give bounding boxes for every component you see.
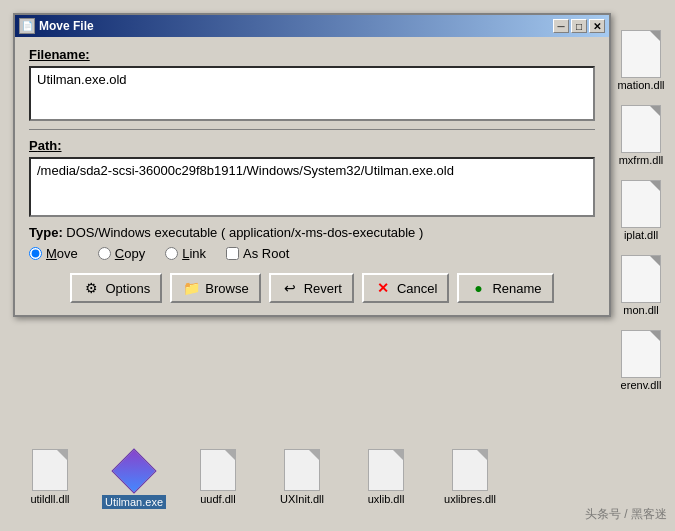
right-dll-5: erenv.dll bbox=[607, 330, 675, 391]
radio-link[interactable]: Link bbox=[165, 246, 206, 261]
dll-label-1: mation.dll bbox=[617, 79, 664, 91]
diamond-icon bbox=[111, 448, 156, 493]
dll-icon-2 bbox=[621, 105, 661, 153]
path-display: /media/sda2-scsi-36000c29f8b1911/Windows… bbox=[29, 157, 595, 217]
options-icon: ⚙ bbox=[82, 279, 100, 297]
file-label-uxlibres: uxlibres.dll bbox=[444, 493, 496, 505]
file-utildll[interactable]: utildll.dll bbox=[10, 449, 90, 505]
type-line: Type: DOS/Windows executable ( applicati… bbox=[29, 225, 595, 240]
cancel-button[interactable]: ✕ Cancel bbox=[362, 273, 449, 303]
dll-icon-1 bbox=[621, 30, 661, 78]
dll-label-5: erenv.dll bbox=[621, 379, 662, 391]
dll-icon-5 bbox=[621, 330, 661, 378]
dialog-body: Filename: Path: /media/sda2-scsi-36000c2… bbox=[15, 37, 609, 315]
revert-button[interactable]: ↩ Revert bbox=[269, 273, 354, 303]
path-label: Path: bbox=[29, 138, 595, 153]
right-dll-2: mxfrm.dll bbox=[607, 105, 675, 166]
browse-button[interactable]: 📁 Browse bbox=[170, 273, 260, 303]
filename-label: Filename: bbox=[29, 47, 595, 62]
minimize-button[interactable]: ─ bbox=[553, 19, 569, 33]
dialog-app-icon: 📄 bbox=[19, 18, 35, 34]
file-icon-uxlib bbox=[368, 449, 404, 491]
checkbox-asroot[interactable]: As Root bbox=[226, 246, 289, 261]
dll-icon-4 bbox=[621, 255, 661, 303]
type-value: DOS/Windows executable ( application/x-m… bbox=[66, 225, 423, 240]
file-uxlibres[interactable]: uxlibres.dll bbox=[430, 449, 510, 505]
file-label-uxlib: uxlib.dll bbox=[368, 493, 405, 505]
maximize-button[interactable]: □ bbox=[571, 19, 587, 33]
file-label-uudf: uudf.dll bbox=[200, 493, 235, 505]
radio-group: Move Copy Link As Root bbox=[29, 246, 595, 261]
file-uxlib[interactable]: uxlib.dll bbox=[346, 449, 426, 505]
rename-button[interactable]: ● Rename bbox=[457, 273, 553, 303]
file-icon-utilman bbox=[112, 449, 156, 493]
move-file-dialog: 📄 Move File ─ □ ✕ Filename: Path: /media… bbox=[13, 13, 611, 317]
rename-icon: ● bbox=[469, 279, 487, 297]
options-button[interactable]: ⚙ Options bbox=[70, 273, 162, 303]
radio-link-input[interactable] bbox=[165, 247, 178, 260]
dll-label-4: mon.dll bbox=[623, 304, 658, 316]
dll-label-3: iplat.dll bbox=[624, 229, 658, 241]
file-label-uxinit: UXInit.dll bbox=[280, 493, 324, 505]
file-label-utildll: utildll.dll bbox=[30, 493, 69, 505]
watermark: 头条号 / 黑客迷 bbox=[585, 506, 667, 523]
radio-copy-input[interactable] bbox=[98, 247, 111, 260]
file-label-utilman: Utilman.exe bbox=[102, 495, 166, 509]
dialog-title: Move File bbox=[39, 19, 94, 33]
right-dll-4: mon.dll bbox=[607, 255, 675, 316]
filename-input[interactable] bbox=[29, 66, 595, 121]
right-dll-1: mation.dll bbox=[607, 30, 675, 91]
file-icon-uudf bbox=[200, 449, 236, 491]
asroot-label: As Root bbox=[243, 246, 289, 261]
file-icon-uxlibres bbox=[452, 449, 488, 491]
browse-icon: 📁 bbox=[182, 279, 200, 297]
divider-1 bbox=[29, 129, 595, 130]
right-dll-3: iplat.dll bbox=[607, 180, 675, 241]
dll-icon-3 bbox=[621, 180, 661, 228]
button-row: ⚙ Options 📁 Browse ↩ Revert ✕ Cancel ● R… bbox=[29, 273, 595, 303]
radio-move-input[interactable] bbox=[29, 247, 42, 260]
file-icon-uxinit bbox=[284, 449, 320, 491]
file-uxinit[interactable]: UXInit.dll bbox=[262, 449, 342, 505]
revert-icon: ↩ bbox=[281, 279, 299, 297]
file-utilman[interactable]: Utilman.exe bbox=[94, 449, 174, 509]
dialog-titlebar: 📄 Move File ─ □ ✕ bbox=[15, 15, 609, 37]
dll-label-2: mxfrm.dll bbox=[619, 154, 664, 166]
file-icon-utildll bbox=[32, 449, 68, 491]
cancel-icon: ✕ bbox=[374, 279, 392, 297]
titlebar-buttons: ─ □ ✕ bbox=[553, 19, 605, 33]
dialog-title-group: 📄 Move File bbox=[19, 18, 94, 34]
radio-copy[interactable]: Copy bbox=[98, 246, 145, 261]
radio-move[interactable]: Move bbox=[29, 246, 78, 261]
bottom-file-area: utildll.dll Utilman.exe uudf.dll UXInit.… bbox=[0, 441, 675, 531]
close-button[interactable]: ✕ bbox=[589, 19, 605, 33]
asroot-checkbox[interactable] bbox=[226, 247, 239, 260]
file-uudf[interactable]: uudf.dll bbox=[178, 449, 258, 505]
